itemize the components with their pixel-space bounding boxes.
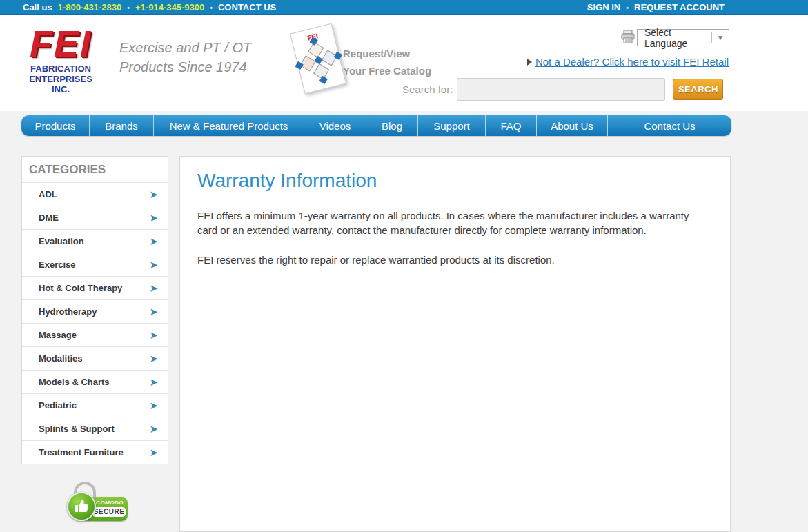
warranty-paragraph-2: FEI reserves the right to repair or repl…	[197, 253, 709, 267]
catalog-line2: Your Free Catalog	[343, 62, 431, 79]
page-title: Warranty Information	[197, 170, 709, 192]
sidebar-item-evaluation[interactable]: Evaluation ➤	[22, 229, 168, 253]
sidebar-item-dme[interactable]: DME ➤	[22, 206, 168, 229]
sidebar-item-label: DME	[39, 213, 59, 223]
topbar-left: Call us 1-800-431-2830 • +1-914-345-9300…	[23, 2, 276, 12]
arrow-right-icon: ➤	[149, 259, 158, 270]
phone-link-800[interactable]: 1-800-431-2830	[58, 2, 122, 12]
separator-dot: •	[210, 3, 213, 12]
search-area: Search for: SEARCH	[402, 78, 723, 101]
arrow-right-icon: ➤	[149, 400, 158, 411]
topbar-right: SIGN IN • REQUEST ACCOUNT	[587, 2, 725, 12]
sidebar-item-label: Splints & Support	[39, 424, 115, 434]
sidebar-item-massage[interactable]: Massage ➤	[22, 323, 168, 346]
sidebar-item-label: Massage	[39, 330, 77, 340]
warranty-paragraph-1: FEI offers a minimum 1-year warranty on …	[197, 208, 709, 237]
sidebar-item-label: Models & Charts	[39, 377, 110, 387]
dealer-link-row: Not a Dealer? Click here to visit FEI Re…	[527, 56, 729, 68]
call-us-label: Call us	[23, 2, 52, 12]
arrow-right-icon: ➤	[149, 283, 158, 293]
arrow-right-icon: ➤	[149, 236, 158, 246]
sidebar-item-label: Modalities	[39, 353, 83, 364]
sidebar-item-splints-support[interactable]: Splints & Support ➤	[22, 417, 168, 440]
secure-label: SECURE	[92, 507, 126, 517]
tagline: Exercise and PT / OT Products Since 1974	[119, 38, 251, 77]
request-account-link[interactable]: REQUEST ACCOUNT	[634, 2, 725, 12]
nav-item-faq[interactable]: FAQ	[486, 115, 537, 136]
dealer-link-arrow-icon	[527, 59, 532, 66]
fei-logo[interactable]: FEI FABRICATION ENTERPRISES INC.	[23, 23, 99, 95]
fei-retail-link[interactable]: Not a Dealer? Click here to visit FEI Re…	[535, 56, 729, 68]
sidebar-item-label: Exercise	[39, 259, 76, 270]
nav-item-videos[interactable]: Videos	[304, 115, 366, 136]
nav-item-brands[interactable]: Brands	[90, 115, 154, 136]
sidebar-item-pediatric[interactable]: Pediatric ➤	[22, 393, 168, 417]
nav-item-blog[interactable]: Blog	[366, 115, 418, 136]
categories-sidebar: CATEGORIES ADL ➤ DME ➤ Evaluation ➤ Exer…	[21, 156, 168, 464]
search-input[interactable]	[457, 78, 665, 101]
sidebar-item-label: Hydrotherapy	[39, 306, 97, 317]
chevron-down-icon: ▼	[712, 34, 729, 41]
tagline-line2: Products Since 1974	[119, 57, 251, 77]
sidebar-item-label: Pediatric	[39, 400, 77, 411]
arrow-right-icon: ➤	[149, 213, 158, 223]
sidebar-item-models-charts[interactable]: Models & Charts ➤	[22, 370, 168, 393]
fei-logo-sub2: ENTERPRISES INC.	[23, 74, 99, 95]
fei-logo-sub1: FABRICATION	[23, 63, 99, 74]
separator-dot: •	[626, 3, 629, 12]
main-content: Warranty Information FEI offers a minimu…	[179, 156, 731, 532]
arrow-right-icon: ➤	[149, 189, 158, 199]
sidebar-item-hot-cold-therapy[interactable]: Hot & Cold Therapy ➤	[22, 276, 168, 299]
sidebar-item-label: Evaluation	[39, 236, 84, 246]
topbar: Call us 1-800-431-2830 • +1-914-345-9300…	[0, 0, 808, 15]
arrow-right-icon: ➤	[149, 377, 158, 387]
sidebar-item-modalities[interactable]: Modalities ➤	[22, 346, 168, 370]
categories-title: CATEGORIES	[22, 157, 168, 182]
arrow-right-icon: ➤	[149, 330, 158, 340]
nav-item-support[interactable]: Support	[418, 115, 486, 136]
sidebar-item-label: ADL	[39, 189, 57, 199]
sidebar-item-hydrotherapy[interactable]: Hydrotherapy ➤	[22, 299, 168, 323]
phone-link-914[interactable]: +1-914-345-9300	[135, 2, 204, 12]
arrow-right-icon: ➤	[149, 306, 158, 317]
language-selector[interactable]: Select Language ▼	[637, 29, 729, 46]
catalog-request-link[interactable]: Request/View Your Free Catalog	[343, 45, 431, 79]
separator-dot: •	[127, 3, 130, 12]
thumbs-up-icon	[67, 492, 96, 521]
catalog-line1: Request/View	[343, 45, 431, 62]
sidebar-item-adl[interactable]: ADL ➤	[22, 182, 168, 206]
catalog-cover-image[interactable]: FEI	[290, 23, 346, 94]
arrow-right-icon: ➤	[149, 447, 158, 457]
sidebar-item-treatment-furniture[interactable]: Treatment Furniture ➤	[22, 440, 168, 464]
header: FEI FABRICATION ENTERPRISES INC. Exercis…	[0, 15, 808, 111]
sidebar-item-label: Hot & Cold Therapy	[39, 283, 122, 293]
catalog-cover-art	[299, 41, 337, 79]
search-button[interactable]: SEARCH	[673, 79, 723, 100]
nav-item-contact-us[interactable]: Contact Us	[608, 115, 731, 136]
nav-item-about-us[interactable]: About Us	[537, 115, 608, 136]
fei-logo-text: FEI	[23, 23, 99, 63]
sidebar-item-label: Treatment Furniture	[39, 447, 124, 457]
arrow-right-icon: ➤	[149, 353, 158, 364]
comodo-secure-badge[interactable]: COMODO SECURE	[64, 480, 133, 529]
sidebar-item-exercise[interactable]: Exercise ➤	[22, 253, 168, 276]
sign-in-link[interactable]: SIGN IN	[587, 2, 620, 12]
contact-us-link[interactable]: CONTACT US	[218, 2, 276, 12]
nav-item-new-featured[interactable]: New & Featured Products	[154, 115, 304, 136]
language-selector-label: Select Language	[638, 27, 711, 49]
tagline-line1: Exercise and PT / OT	[119, 38, 251, 57]
print-icon[interactable]	[621, 30, 635, 43]
main-nav: Products Brands New & Featured Products …	[21, 115, 731, 136]
search-label: Search for:	[402, 83, 453, 95]
nav-item-products[interactable]: Products	[21, 115, 90, 136]
arrow-right-icon: ➤	[149, 424, 158, 434]
